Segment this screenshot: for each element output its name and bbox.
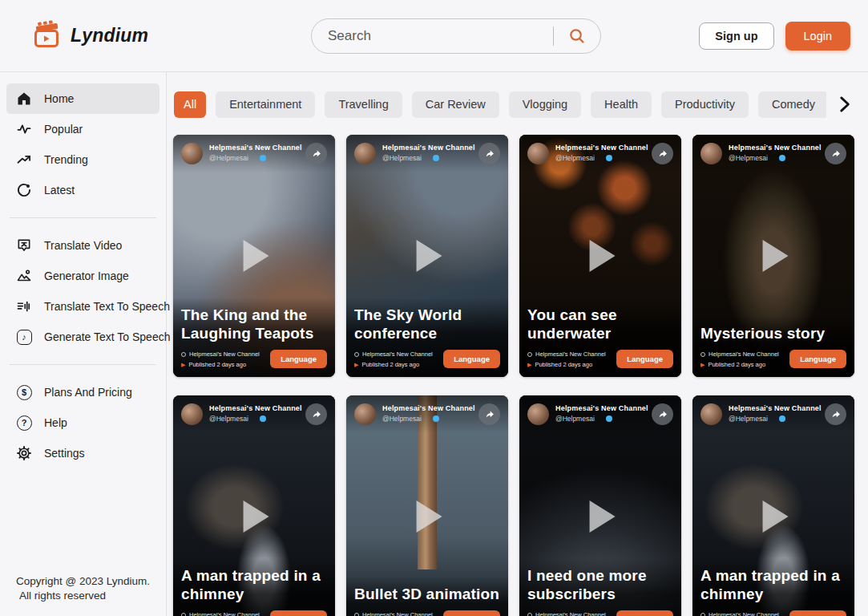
published-play-icon: ▶ — [354, 362, 358, 367]
language-button[interactable]: Language — [789, 610, 846, 616]
language-button[interactable]: Language — [443, 610, 500, 616]
play-icon[interactable] — [417, 500, 442, 533]
sidebar-item-label: Help — [44, 416, 67, 429]
channel-avatar[interactable] — [527, 403, 549, 425]
channel-avatar[interactable] — [181, 143, 203, 164]
channel-avatar[interactable] — [181, 403, 203, 425]
play-icon[interactable] — [244, 240, 269, 272]
verified-badge-icon — [433, 415, 439, 422]
channel-avatar[interactable] — [527, 143, 549, 164]
chevron-right-icon[interactable] — [828, 90, 860, 119]
sidebar-item-label: Translate Video — [44, 239, 122, 252]
card-footer: A man trapped in a chimney Helpmesai's N… — [173, 558, 335, 616]
search-icon[interactable] — [554, 19, 600, 53]
card-header: Helpmesai's New Channel @Helpmesai — [173, 395, 335, 433]
sidebar-item-label: Generate Text To Speech — [44, 330, 170, 343]
video-title: The King and the Laughing Teapots — [181, 306, 327, 343]
category-chip-entertainment[interactable]: Entertainment — [216, 91, 315, 118]
category-chip-health[interactable]: Health — [591, 91, 652, 118]
channel-name: Helpmesai's New Channel — [382, 404, 475, 412]
card-footer: Bullet 3D animation Helpmesai's New Chan… — [346, 577, 508, 616]
category-chip-vlogging[interactable]: Vlogging — [509, 91, 581, 118]
category-chip-travelling[interactable]: Travelling — [325, 91, 402, 118]
sidebar: Home Popular Trending Latest Trans — [0, 72, 167, 616]
video-title: You can see underwater — [527, 306, 673, 343]
login-button[interactable]: Login — [785, 22, 850, 51]
category-chip-car-review[interactable]: Car Review — [412, 91, 499, 118]
sidebar-item-help[interactable]: ? Help — [6, 407, 159, 438]
play-icon[interactable] — [244, 500, 269, 533]
video-grid: Helpmesai's New Channel @Helpmesai The K… — [173, 135, 868, 616]
language-button[interactable]: Language — [616, 610, 673, 616]
play-icon[interactable] — [763, 500, 789, 533]
channel-handle: @Helpmesai — [729, 154, 768, 162]
share-button[interactable] — [652, 143, 673, 164]
sidebar-item-translate-video[interactable]: Translate Video — [6, 230, 159, 261]
music-note-icon: ♪ — [14, 330, 34, 345]
category-chip-comedy[interactable]: Comedy — [758, 91, 826, 118]
video-title: A man trapped in a chimney — [700, 566, 846, 604]
language-button[interactable]: Language — [789, 350, 846, 368]
sidebar-item-home[interactable]: Home — [6, 83, 159, 114]
sidebar-item-popular[interactable]: Popular — [6, 114, 159, 144]
card-header: Helpmesai's New Channel @Helpmesai — [692, 395, 854, 433]
verified-badge-icon — [606, 155, 612, 161]
search-input[interactable] — [312, 28, 553, 44]
verified-badge-icon — [433, 155, 439, 161]
video-card[interactable]: Helpmesai's New Channel @Helpmesai A man… — [173, 395, 335, 616]
sidebar-item-generator-image[interactable]: Generator Image — [6, 261, 159, 291]
video-card[interactable]: Helpmesai's New Channel @Helpmesai The K… — [173, 135, 335, 377]
video-card[interactable]: Helpmesai's New Channel @Helpmesai I nee… — [519, 395, 681, 616]
language-button[interactable]: Language — [616, 350, 673, 368]
sidebar-item-settings[interactable]: Settings — [6, 438, 159, 468]
video-card[interactable]: Helpmesai's New Channel @Helpmesai Myste… — [692, 135, 854, 377]
channel-avatar[interactable] — [354, 403, 376, 425]
channel-mini-icon — [700, 613, 705, 616]
language-button[interactable]: Language — [443, 350, 500, 368]
video-title: Mysterious story — [700, 324, 846, 343]
share-button[interactable] — [825, 403, 846, 425]
sidebar-item-plans[interactable]: $ Plans And Pricing — [6, 377, 159, 407]
language-button[interactable]: Language — [270, 610, 327, 616]
channel-avatar[interactable] — [354, 143, 376, 164]
play-icon[interactable] — [763, 240, 789, 272]
share-button[interactable] — [305, 403, 327, 425]
video-channel-meta: Helpmesai's New Channel — [709, 351, 779, 358]
play-icon[interactable] — [590, 500, 616, 533]
channel-mini-icon — [354, 352, 359, 357]
brand-logo[interactable]: Lyndium — [30, 19, 148, 53]
share-button[interactable] — [825, 143, 846, 164]
play-icon[interactable] — [590, 240, 616, 272]
share-button[interactable] — [652, 403, 673, 425]
video-card[interactable]: Helpmesai's New Channel @Helpmesai The S… — [346, 135, 508, 377]
channel-avatar[interactable] — [700, 143, 722, 164]
video-title: The Sky World conference — [354, 306, 500, 343]
card-footer: Mysterious story Helpmesai's New Channel… — [692, 316, 854, 377]
share-button[interactable] — [305, 143, 327, 164]
channel-avatar[interactable] — [700, 403, 722, 425]
language-button[interactable]: Language — [270, 350, 327, 368]
card-footer: The King and the Laughing Teapots Helpme… — [173, 298, 335, 377]
published-date: Published 2 days ago — [535, 361, 592, 368]
play-icon[interactable] — [417, 240, 442, 272]
verified-badge-icon — [606, 415, 612, 422]
sidebar-item-generate-tts[interactable]: ♪ Generate Text To Speech — [6, 322, 159, 352]
text-waveform-icon — [14, 298, 34, 314]
category-chip-productivity[interactable]: Productivity — [661, 91, 749, 118]
channel-name: Helpmesai's New Channel — [209, 144, 302, 152]
video-card[interactable]: Helpmesai's New Channel @Helpmesai Bulle… — [346, 395, 508, 616]
channel-handle: @Helpmesai — [555, 415, 595, 423]
channel-name: Helpmesai's New Channel — [555, 144, 648, 152]
signup-button[interactable]: Sign up — [699, 22, 773, 50]
sidebar-item-translate-tts[interactable]: Translate Text To Speech — [6, 291, 159, 322]
sidebar-item-trending[interactable]: Trending — [6, 144, 159, 175]
video-channel-meta: Helpmesai's New Channel — [189, 611, 260, 616]
share-button[interactable] — [478, 143, 500, 164]
published-date: Published 2 days ago — [708, 361, 765, 368]
category-chip-all[interactable]: All — [174, 91, 206, 118]
sidebar-item-latest[interactable]: Latest — [6, 175, 159, 205]
video-card[interactable]: Helpmesai's New Channel @Helpmesai A man… — [692, 395, 854, 616]
channel-mini-icon — [527, 352, 532, 357]
video-card[interactable]: Helpmesai's New Channel @Helpmesai You c… — [519, 135, 681, 377]
share-button[interactable] — [478, 403, 500, 425]
